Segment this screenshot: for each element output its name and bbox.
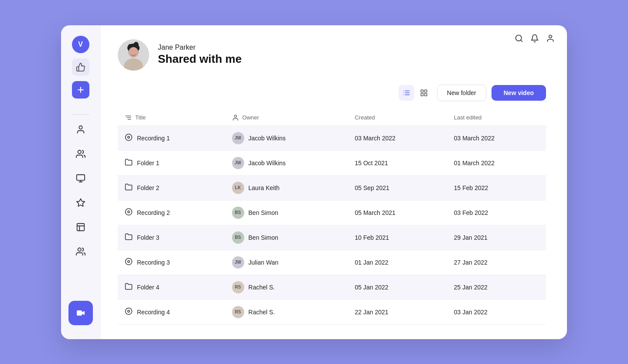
add-button[interactable]: [72, 81, 89, 99]
svg-point-6: [78, 150, 81, 153]
grid-view-button[interactable]: [416, 85, 432, 101]
svg-rect-29: [424, 90, 427, 92]
owner-avatar: JW: [232, 256, 244, 269]
file-table: Title Owner Created Last edited: [118, 110, 546, 325]
cell-created-7: 22 Jan 2021: [348, 299, 447, 324]
cell-owner-7: RSRachel S.: [225, 299, 348, 324]
file-icon: [125, 233, 133, 242]
file-icon: [125, 158, 133, 168]
svg-point-21: [129, 47, 138, 58]
sidebar-item-group[interactable]: [73, 146, 89, 162]
cell-title-1: Folder 1: [118, 150, 225, 175]
cell-edited-5: 27 Jan 2022: [447, 250, 546, 275]
svg-point-38: [126, 208, 132, 215]
owner-avatar: BS: [232, 231, 244, 244]
svg-point-36: [126, 134, 132, 140]
sidebar-item-shared[interactable]: [73, 244, 89, 259]
owner-avatar: JW: [232, 157, 244, 169]
owner-avatar: RS: [232, 281, 244, 293]
table-row[interactable]: Folder 4RSRachel S.05 Jan 202225 Jan 202…: [118, 275, 546, 299]
cell-owner-3: BSBen Simon: [225, 200, 348, 225]
svg-point-41: [128, 260, 130, 262]
sidebar-divider: [72, 114, 89, 115]
cell-title-5: Recording 3: [118, 250, 225, 275]
owner-avatar: LK: [232, 182, 244, 194]
sidebar-item-library[interactable]: [73, 219, 89, 235]
sidebar: V: [61, 25, 100, 339]
cell-edited-0: 03 March 2022: [447, 126, 546, 150]
cell-created-3: 05 March 2021: [348, 200, 447, 225]
sidebar-nav: [73, 122, 89, 301]
sidebar-bottom: [68, 301, 93, 325]
svg-line-1: [521, 40, 522, 41]
file-icon: [125, 282, 133, 292]
file-icon: [125, 258, 133, 267]
cell-created-5: 01 Jan 2022: [348, 250, 447, 275]
toolbar: New folder New video: [118, 85, 546, 101]
col-header-edited: Last edited: [447, 110, 546, 126]
cell-title-6: Folder 4: [118, 275, 225, 299]
svg-rect-11: [77, 223, 84, 231]
sidebar-top: V: [72, 36, 89, 99]
sidebar-item-star[interactable]: [73, 195, 89, 211]
sidebar-thumb-icon[interactable]: [72, 58, 89, 76]
cell-title-4: Folder 3: [118, 225, 225, 250]
file-table-container: Title Owner Created Last edited: [118, 110, 546, 325]
user-icon[interactable]: [546, 34, 555, 45]
owner-avatar: RS: [232, 306, 244, 318]
list-view-button[interactable]: [399, 85, 414, 101]
table-row[interactable]: Recording 3JWJulian Wan01 Jan 202227 Jan…: [118, 250, 546, 275]
cell-created-4: 10 Feb 2021: [348, 225, 447, 250]
sidebar-item-person[interactable]: [73, 122, 89, 137]
cell-edited-6: 25 Jan 2022: [447, 275, 546, 299]
main-content: Jane Parker Shared with me: [100, 25, 567, 339]
sidebar-item-monitor[interactable]: [73, 170, 89, 186]
table-row[interactable]: Folder 2LKLaura Keith05 Sep 202115 Feb 2…: [118, 175, 546, 200]
cell-owner-2: LKLaura Keith: [225, 175, 348, 200]
svg-rect-30: [421, 93, 423, 95]
cell-title-2: Folder 2: [118, 175, 225, 200]
new-folder-button[interactable]: New folder: [437, 85, 486, 101]
user-avatar[interactable]: V: [72, 36, 89, 53]
svg-point-40: [126, 258, 132, 265]
table-row[interactable]: Recording 4RSRachel S.22 Jan 202103 Jan …: [118, 299, 546, 324]
col-header-owner: Owner: [225, 110, 348, 126]
cell-edited-3: 03 Feb 2022: [447, 200, 546, 225]
profile-header: Jane Parker Shared with me: [118, 39, 546, 71]
cell-created-1: 15 Oct 2021: [348, 150, 447, 175]
top-right-icons: [515, 34, 555, 45]
table-row[interactable]: Folder 1JWJacob Wilkins15 Oct 202101 Mar…: [118, 150, 546, 175]
cell-title-3: Recording 2: [118, 200, 225, 225]
cell-title-7: Recording 4: [118, 299, 225, 324]
view-toggle: [399, 85, 432, 101]
outer-background: V: [0, 0, 628, 364]
record-button[interactable]: [68, 301, 93, 325]
svg-point-39: [128, 211, 130, 213]
cell-owner-6: RSRachel S.: [225, 275, 348, 299]
bell-icon[interactable]: [530, 34, 539, 45]
file-icon: [125, 307, 133, 317]
table-row[interactable]: Recording 1JWJacob Wilkins03 March 20220…: [118, 126, 546, 150]
file-icon: [125, 133, 133, 143]
avatar-image: [118, 39, 149, 71]
new-video-button[interactable]: New video: [491, 85, 546, 101]
profile-subtitle: Shared with me: [158, 52, 242, 66]
cell-owner-0: JWJacob Wilkins: [225, 126, 348, 150]
cell-created-6: 05 Jan 2022: [348, 275, 447, 299]
file-icon: [125, 208, 133, 218]
search-icon[interactable]: [515, 34, 523, 45]
table-header: Title Owner Created Last edited: [118, 110, 546, 126]
svg-point-35: [234, 115, 236, 117]
svg-point-43: [128, 310, 130, 312]
svg-point-2: [549, 35, 552, 38]
cell-edited-2: 15 Feb 2022: [447, 175, 546, 200]
cell-edited-4: 29 Jan 2021: [447, 225, 546, 250]
profile-avatar: [118, 39, 149, 71]
svg-rect-28: [421, 90, 423, 92]
table-row[interactable]: Folder 3BSBen Simon10 Feb 202129 Jan 202…: [118, 225, 546, 250]
col-header-title: Title: [118, 110, 225, 126]
table-row[interactable]: Recording 2BSBen Simon05 March 202103 Fe…: [118, 200, 546, 225]
cell-edited-7: 03 Jan 2022: [447, 299, 546, 324]
cell-owner-5: JWJulian Wan: [225, 250, 348, 275]
cell-created-0: 03 March 2022: [348, 126, 447, 150]
